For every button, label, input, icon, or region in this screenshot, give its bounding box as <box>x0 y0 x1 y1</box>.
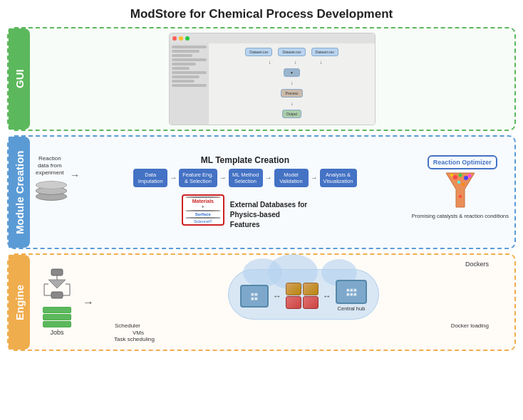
job-card <box>43 307 71 313</box>
vms-label: VMs <box>133 330 144 336</box>
sidebar-line <box>172 63 196 65</box>
plus-text: + <box>202 204 204 209</box>
engine-content: Jobs → Dockers <box>30 255 514 350</box>
mat-disc-2 <box>185 210 221 211</box>
task-scheduling-label: Task scheduling <box>114 336 155 342</box>
step-analysis: Analysis &Visualization <box>320 169 357 187</box>
docker-loading-label: Docker loading <box>451 322 489 336</box>
central-hub-node: ▣▣▣▣▣▣ <box>336 280 367 304</box>
main-container: GUI <box>7 27 516 413</box>
svg-point-3 <box>464 176 468 180</box>
mat-disc-1 <box>185 196 221 198</box>
gui-label: GUI <box>9 28 30 130</box>
sidebar-line <box>172 67 190 70</box>
sidebar-line <box>172 50 200 53</box>
flow-bottom: Output <box>282 110 301 118</box>
sidebar-line <box>172 75 200 78</box>
arrow-to-cloud: → <box>83 296 94 309</box>
page-title: ModStore for Chemical Process Developmen… <box>130 7 393 21</box>
central-hub-icon: ▣▣▣▣▣▣ <box>346 288 357 296</box>
engine-row: Engine <box>7 253 516 351</box>
jobs-section: Jobs <box>41 268 73 336</box>
vm-block-2 <box>303 296 319 309</box>
flow-top-row: Dataset.csv Dataset.csv Dataset.csv <box>245 48 338 56</box>
pipeline-row: DataImputation → Feature Eng.& Selection… <box>133 169 356 187</box>
vm-block-1 <box>286 296 301 309</box>
max-dot <box>185 36 190 41</box>
svg-point-4 <box>450 174 453 177</box>
cloud-arrow-2: ↔ <box>323 291 331 301</box>
arrow-2: → <box>219 174 227 182</box>
down-arrow-2: ↓ <box>291 100 294 107</box>
gui-row: GUI <box>7 27 516 131</box>
cloud-arrow-1: ↔ <box>273 291 281 301</box>
flow-arrows-1: ↓ ↓ ↓ <box>262 59 323 65</box>
merge-node: ▼ <box>284 68 300 77</box>
gui-main: Dataset.csv Dataset.csv Dataset.csv ↓ ↓ … <box>209 43 375 125</box>
sidebar-line <box>172 71 207 74</box>
cloud-shape: ▣▣▣▣ ↔ <box>228 269 379 320</box>
vm-section <box>286 283 319 309</box>
jobs-stack <box>43 307 71 327</box>
pipeline-section: ML Template Creation DataImputation → Fe… <box>83 155 408 230</box>
svg-point-1 <box>453 175 457 179</box>
sidebar-line <box>172 80 195 83</box>
arrow-3: → <box>265 174 272 182</box>
materials-text: Materials <box>192 199 214 204</box>
svg-rect-9 <box>51 269 63 275</box>
svg-marker-11 <box>48 280 66 288</box>
central-hub-label: Central hub <box>338 305 366 312</box>
dataset-node-2: Dataset.csv <box>278 48 305 56</box>
output-node: Output <box>282 110 301 118</box>
dockers-label: Dockers <box>465 261 489 268</box>
mat-disc-3 <box>185 217 221 219</box>
dataset-node-3: Dataset.csv <box>311 48 338 56</box>
scheduler-label: Scheduler <box>115 322 140 329</box>
flowchart-icon <box>41 268 73 304</box>
scheduler-node: ▣▣▣▣ <box>240 285 269 308</box>
svg-rect-15 <box>51 292 63 298</box>
sidebar-line <box>172 58 207 61</box>
external-db-section: Materials + Surface Science® External Da… <box>182 194 309 230</box>
mockup-body: Dataset.csv Dataset.csv Dataset.csv ↓ ↓ … <box>170 43 375 125</box>
module-row: Module Creation Reactiondata fromexperim… <box>7 135 516 249</box>
ml-template-title: ML Template Creation <box>201 155 289 165</box>
svg-point-5 <box>467 174 471 177</box>
dataset-node-1: Dataset.csv <box>245 48 272 56</box>
surface-text: Surface <box>195 212 211 216</box>
server-row-top <box>286 283 319 295</box>
scheduler-label-group: Scheduler VMs <box>111 322 144 336</box>
gui-sidebar <box>170 43 209 125</box>
engine-inner: Jobs → Dockers <box>36 259 509 345</box>
optimizer-box: Reaction Optimizer <box>428 155 497 169</box>
server-row-bottom <box>286 296 319 309</box>
module-label: Module Creation <box>9 137 30 248</box>
science-text: Science® <box>194 219 212 224</box>
step-model-validation: ModelValidation <box>274 169 309 187</box>
reaction-data-section: Reactiondata fromexperiment <box>36 155 67 202</box>
step-data-imputation: DataImputation <box>133 169 167 187</box>
server-block-2 <box>303 283 319 295</box>
funnel-icon <box>445 172 476 211</box>
job-card <box>43 314 71 320</box>
svg-marker-0 <box>446 173 475 207</box>
svg-point-6 <box>457 181 460 184</box>
svg-point-2 <box>458 173 462 177</box>
titlebar <box>170 33 375 43</box>
arrow-to-pipeline: → <box>70 169 80 181</box>
down-arrow-1: ↓ <box>291 80 294 86</box>
engine-label: Engine <box>9 255 30 350</box>
flow-merge: ▼ <box>284 68 300 77</box>
bottom-labels-row2: Task scheduling <box>104 336 503 342</box>
process-node: Process <box>281 89 302 98</box>
optimizer-section: Reaction Optimizer Promisin <box>412 155 509 220</box>
jobs-label: Jobs <box>50 329 63 336</box>
materials-db-icon: Materials + Surface Science® <box>182 194 224 226</box>
reaction-label: Reactiondata fromexperiment <box>36 155 64 177</box>
server-block-1 <box>286 283 301 295</box>
sidebar-line <box>172 46 207 48</box>
close-dot <box>172 36 177 41</box>
flow-middle: Process <box>281 89 302 98</box>
sidebar-line <box>172 54 192 57</box>
arrow-1: → <box>170 174 177 182</box>
